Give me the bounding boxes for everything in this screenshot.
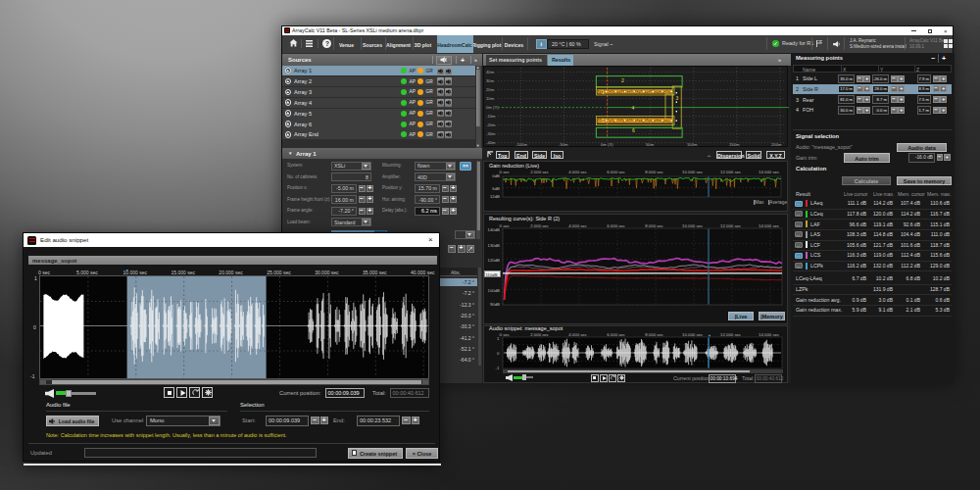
svg-text:6: 6	[632, 127, 635, 133]
svg-text:2: 2	[621, 76, 624, 82]
svg-text:1: 1	[602, 88, 605, 94]
svg-text:4: 4	[631, 104, 634, 110]
svg-text:5: 5	[602, 118, 605, 123]
svg-text:3: 3	[675, 95, 678, 101]
